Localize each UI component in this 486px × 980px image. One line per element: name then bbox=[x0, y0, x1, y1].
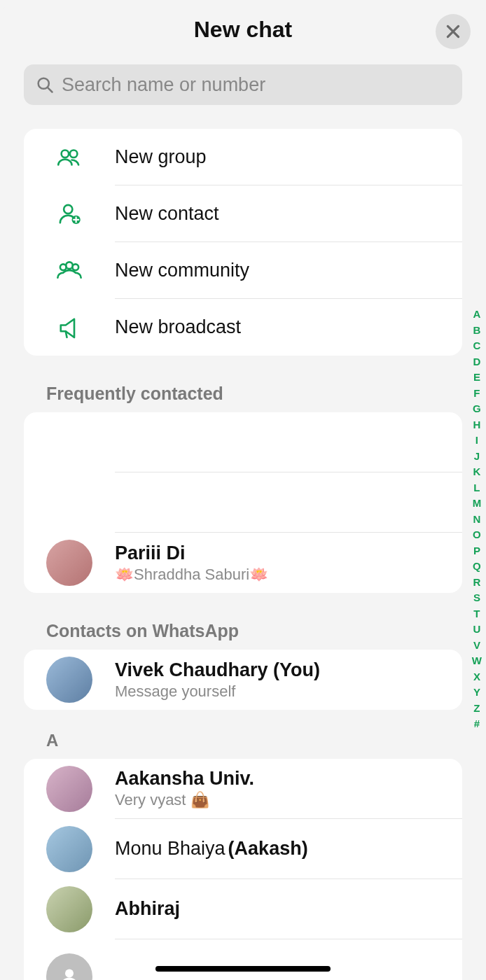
avatar bbox=[46, 766, 92, 812]
contact-name: Pariii Di bbox=[115, 542, 448, 564]
alpha-index-letter[interactable]: K bbox=[473, 464, 480, 480]
alpha-index-letter[interactable]: B bbox=[473, 323, 480, 339]
contact-row-self[interactable]: Vivek Chaudhary (You) Message yourself bbox=[24, 650, 462, 710]
alpha-index-letter[interactable]: E bbox=[473, 370, 480, 386]
search-field[interactable] bbox=[24, 64, 462, 105]
frequent-contacts-card: Pariii Di 🪷Shraddha Saburi🪷 bbox=[24, 412, 462, 593]
avatar bbox=[46, 540, 92, 586]
self-contact-card: Vivek Chaudhary (You) Message yourself bbox=[24, 650, 462, 710]
alpha-index-letter[interactable]: O bbox=[473, 527, 481, 543]
svg-point-9 bbox=[65, 969, 74, 978]
alpha-index-letter[interactable]: A bbox=[473, 307, 480, 323]
alpha-index-letter[interactable]: H bbox=[473, 417, 480, 433]
alpha-index-letter[interactable]: P bbox=[473, 543, 480, 559]
contact-row[interactable]: Pariii Di 🪷Shraddha Saburi🪷 bbox=[24, 533, 462, 593]
alpha-index-letter[interactable]: V bbox=[473, 638, 480, 654]
close-button[interactable] bbox=[436, 14, 471, 49]
option-label: New group bbox=[115, 146, 207, 168]
new-group-option[interactable]: New group bbox=[24, 129, 462, 186]
alpha-index[interactable]: ABCDEFGHIJKLMNOPQRSTUVWXYZ# bbox=[472, 307, 482, 732]
alpha-index-letter[interactable]: T bbox=[473, 606, 480, 622]
section-header-contacts: Contacts on WhatsApp bbox=[0, 621, 486, 641]
contact-status: 🪷Shraddha Saburi🪷 bbox=[115, 566, 448, 584]
option-label: New contact bbox=[115, 203, 219, 225]
svg-point-4 bbox=[64, 204, 72, 213]
avatar bbox=[46, 886, 92, 932]
search-bar bbox=[24, 64, 462, 105]
home-indicator bbox=[155, 966, 331, 972]
alpha-index-letter[interactable]: J bbox=[474, 449, 480, 465]
alpha-index-letter[interactable]: G bbox=[473, 401, 481, 417]
new-broadcast-option[interactable]: New broadcast bbox=[24, 299, 462, 356]
search-icon bbox=[35, 75, 55, 94]
contacts-a-card: Aakansha Univ. Very vyast 👜 Monu Bhaiya … bbox=[24, 759, 462, 980]
contact-status: Message yourself bbox=[115, 682, 448, 701]
new-community-option[interactable]: New community bbox=[24, 242, 462, 299]
alpha-index-letter[interactable]: W bbox=[472, 653, 482, 669]
alpha-index-letter[interactable]: C bbox=[473, 338, 480, 354]
alpha-index-letter[interactable]: D bbox=[473, 354, 480, 370]
close-icon bbox=[444, 22, 462, 41]
contact-row[interactable]: Aakansha Univ. Very vyast 👜 bbox=[24, 759, 462, 819]
alpha-index-letter[interactable]: F bbox=[473, 386, 480, 402]
alpha-index-letter[interactable]: I bbox=[475, 433, 478, 449]
avatar bbox=[46, 826, 92, 872]
alpha-index-letter[interactable]: U bbox=[473, 622, 480, 638]
alpha-index-letter[interactable]: S bbox=[473, 590, 480, 606]
section-header-letter-a: A bbox=[0, 731, 486, 750]
contact-name: Vivek Chaudhary (You) bbox=[115, 659, 448, 681]
option-label: New broadcast bbox=[115, 316, 241, 338]
alpha-index-letter[interactable]: L bbox=[473, 480, 480, 496]
broadcast-icon bbox=[55, 313, 84, 342]
svg-point-2 bbox=[62, 150, 69, 158]
svg-line-1 bbox=[48, 88, 52, 92]
header: New chat bbox=[0, 0, 486, 59]
contact-row[interactable]: Monu Bhaiya (Aakash) bbox=[24, 819, 462, 879]
contact-name: Abhiraj bbox=[115, 898, 448, 920]
search-input[interactable] bbox=[62, 74, 451, 96]
alpha-index-letter[interactable]: Q bbox=[473, 559, 481, 575]
alpha-index-letter[interactable]: # bbox=[474, 716, 480, 732]
new-contact-option[interactable]: New contact bbox=[24, 186, 462, 242]
contact-row[interactable]: Abhiraj bbox=[24, 879, 462, 939]
avatar bbox=[46, 657, 92, 703]
alpha-index-letter[interactable]: X bbox=[473, 669, 480, 685]
alpha-index-letter[interactable]: N bbox=[473, 512, 480, 528]
contact-name: Monu Bhaiya (Aakash) bbox=[115, 838, 448, 860]
avatar bbox=[46, 953, 92, 980]
svg-point-3 bbox=[70, 150, 78, 158]
option-label: New community bbox=[115, 260, 249, 281]
contact-row[interactable] bbox=[24, 939, 462, 980]
section-header-frequent: Frequently contacted bbox=[0, 384, 486, 404]
page-title: New chat bbox=[194, 17, 292, 43]
community-icon bbox=[55, 256, 84, 286]
new-options-card: New group New contact New community bbox=[24, 129, 462, 356]
alpha-index-letter[interactable]: Z bbox=[473, 701, 480, 717]
alpha-index-letter[interactable]: R bbox=[473, 575, 480, 591]
add-contact-icon bbox=[55, 200, 84, 229]
contact-row[interactable] bbox=[24, 412, 462, 472]
group-icon bbox=[55, 143, 84, 172]
contact-row[interactable] bbox=[24, 472, 462, 533]
svg-point-8 bbox=[72, 264, 78, 270]
contact-name: Aakansha Univ. bbox=[115, 768, 448, 790]
alpha-index-letter[interactable]: M bbox=[473, 496, 482, 512]
contact-status: Very vyast 👜 bbox=[115, 791, 448, 809]
alpha-index-letter[interactable]: Y bbox=[473, 685, 480, 701]
